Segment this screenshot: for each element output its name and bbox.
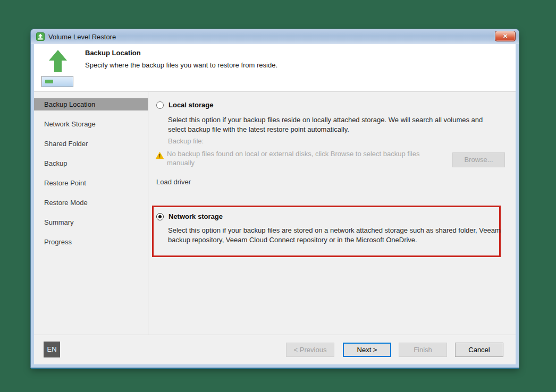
sidebar-item-summary[interactable]: Summary [34, 216, 148, 228]
sidebar-item-backup[interactable]: Backup [34, 157, 148, 169]
next-button[interactable]: Next > [343, 343, 391, 357]
local-storage-option[interactable]: Local storage [156, 101, 214, 109]
wizard-steps-sidebar: Backup Location Network Storage Shared F… [34, 92, 148, 335]
warning-icon: ! [155, 151, 164, 161]
wizard-footer: EN < Previous Next > Finish Cancel [34, 335, 516, 364]
backup-file-label: Backup file: [168, 137, 204, 145]
network-storage-option[interactable]: Network storage [156, 212, 223, 220]
previous-button[interactable]: < Previous [286, 343, 334, 357]
load-driver-link[interactable]: Load driver [156, 178, 191, 186]
local-storage-label: Local storage [169, 101, 214, 109]
disk-icon [41, 76, 73, 87]
sidebar-item-backup-location[interactable]: Backup Location [34, 98, 148, 110]
svg-text:!: ! [159, 154, 161, 159]
network-storage-radio[interactable] [156, 213, 164, 220]
titlebar[interactable]: Volume Level Restore ✕ [31, 29, 519, 44]
network-storage-label: Network storage [169, 212, 223, 220]
app-icon [36, 32, 45, 41]
no-backup-warning-text: No backup files found on local or extern… [167, 149, 448, 167]
cancel-button[interactable]: Cancel [455, 343, 503, 357]
sidebar-item-shared-folder[interactable]: Shared Folder [34, 138, 148, 150]
sidebar-item-network-storage[interactable]: Network Storage [34, 118, 148, 130]
page-subtitle: Specify where the backup files you want … [85, 61, 277, 69]
dialog-body: Backup Location Specify where the backup… [34, 44, 516, 364]
finish-button[interactable]: Finish [399, 343, 447, 357]
sidebar-item-restore-point[interactable]: Restore Point [34, 177, 148, 189]
local-storage-radio[interactable] [156, 101, 164, 109]
browse-button[interactable]: Browse... [452, 152, 505, 167]
local-storage-description: Select this option if your backup files … [168, 115, 502, 134]
restore-arrow-icon [41, 49, 74, 86]
sidebar-item-restore-mode[interactable]: Restore Mode [34, 197, 148, 209]
window-title: Volume Level Restore [48, 33, 116, 41]
network-storage-description: Select this option if your backup files … [168, 226, 508, 245]
close-button[interactable]: ✕ [495, 31, 516, 41]
sidebar-item-progress[interactable]: Progress [34, 236, 148, 248]
language-badge[interactable]: EN [44, 342, 60, 357]
page-title: Backup Location [85, 49, 277, 57]
wizard-header: Backup Location Specify where the backup… [34, 44, 516, 92]
volume-level-restore-dialog: Volume Level Restore ✕ Backup Location S… [31, 29, 519, 368]
wizard-content: Local storage Select this option if your… [148, 92, 516, 335]
